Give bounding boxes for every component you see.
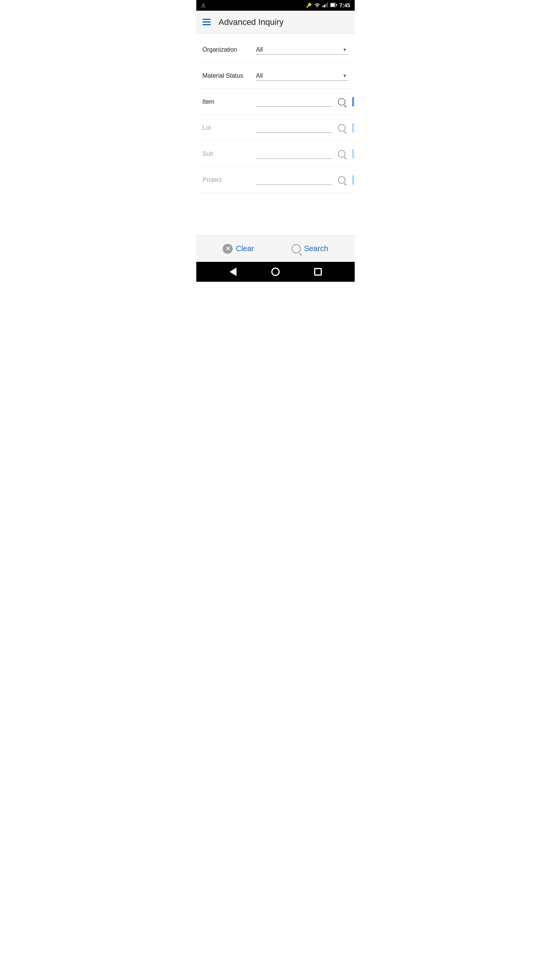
svg-rect-6 xyxy=(331,3,335,7)
lot-barcode-icon xyxy=(352,122,355,134)
sub-input[interactable] xyxy=(256,149,333,159)
item-label: Item xyxy=(202,98,256,105)
sub-barcode-button[interactable] xyxy=(351,147,355,161)
material-status-label: Material Status xyxy=(202,72,256,79)
status-bar: ⚠ 🔑 7:45 xyxy=(196,0,355,11)
clear-icon: ✕ xyxy=(223,244,233,254)
lot-search-button[interactable] xyxy=(336,122,348,134)
menu-button[interactable] xyxy=(202,19,211,25)
search-label: Search xyxy=(304,244,328,253)
project-row: Project xyxy=(196,167,355,193)
main-content: Organization All ▼ Material Status All ▼ xyxy=(196,34,355,235)
sub-search-button[interactable] xyxy=(336,148,348,160)
svg-rect-27 xyxy=(352,149,354,158)
organization-select[interactable]: All xyxy=(256,45,349,55)
nav-back-icon xyxy=(230,268,236,276)
svg-rect-2 xyxy=(326,3,327,7)
project-input-wrapper xyxy=(256,173,355,187)
nav-back-button[interactable] xyxy=(225,263,241,280)
wifi-icon xyxy=(314,3,320,8)
sub-control xyxy=(256,147,355,161)
sub-row: Sub xyxy=(196,141,355,167)
search-button[interactable]: Search xyxy=(284,241,336,256)
sub-search-icon xyxy=(338,150,346,158)
organization-dropdown-wrapper[interactable]: All ▼ xyxy=(256,45,349,55)
status-bar-right: 🔑 7:45 xyxy=(306,2,350,8)
project-label: Project xyxy=(202,176,256,183)
svg-rect-0 xyxy=(323,6,324,7)
project-input[interactable] xyxy=(256,175,333,185)
key-icon: 🔑 xyxy=(306,3,312,8)
lot-row: Lot xyxy=(196,115,355,141)
project-barcode-button[interactable] xyxy=(351,173,355,187)
svg-rect-3 xyxy=(327,3,328,7)
form-section: Organization All ▼ Material Status All ▼ xyxy=(196,34,355,196)
item-search-icon xyxy=(338,98,346,106)
organization-label: Organization xyxy=(202,46,256,53)
organization-control: All ▼ xyxy=(256,45,349,55)
project-search-icon xyxy=(338,176,346,184)
lot-barcode-button[interactable] xyxy=(351,121,355,135)
sub-input-wrapper xyxy=(256,147,355,161)
material-status-row: Material Status All ▼ xyxy=(196,63,355,89)
page-title: Advanced Inquiry xyxy=(218,17,284,27)
nav-home-button[interactable] xyxy=(267,263,284,280)
material-status-select[interactable]: All xyxy=(256,71,349,81)
nav-bar xyxy=(196,262,355,282)
item-input-wrapper xyxy=(256,95,355,109)
svg-rect-37 xyxy=(352,175,354,185)
warning-icon: ⚠ xyxy=(201,2,206,8)
battery-icon xyxy=(330,3,337,8)
clear-label: Clear xyxy=(236,244,254,253)
item-barcode-button[interactable] xyxy=(351,95,355,109)
item-search-button[interactable] xyxy=(336,96,348,108)
item-input[interactable] xyxy=(256,96,333,107)
svg-rect-5 xyxy=(336,4,337,6)
svg-rect-38 xyxy=(354,175,354,185)
signal-icon xyxy=(323,3,328,8)
item-row: Item xyxy=(196,89,355,115)
item-control xyxy=(256,95,355,109)
sub-label: Sub xyxy=(202,150,256,157)
material-status-dropdown-wrapper[interactable]: All ▼ xyxy=(256,71,349,81)
svg-rect-17 xyxy=(352,123,354,132)
project-control xyxy=(256,173,355,187)
organization-row: Organization All ▼ xyxy=(196,37,355,63)
lot-label: Lot xyxy=(202,124,256,131)
svg-rect-18 xyxy=(354,123,354,132)
material-status-control: All ▼ xyxy=(256,71,349,81)
svg-rect-7 xyxy=(352,97,354,106)
nav-home-icon xyxy=(271,268,280,276)
lot-input-wrapper xyxy=(256,121,355,135)
lot-input[interactable] xyxy=(256,122,333,133)
bottom-bar: ✕ Clear Search xyxy=(196,235,355,262)
lot-control xyxy=(256,121,355,135)
nav-recents-icon xyxy=(314,268,322,276)
sub-barcode-icon xyxy=(352,148,355,160)
svg-rect-8 xyxy=(354,97,354,106)
nav-recents-button[interactable] xyxy=(310,263,326,280)
lot-search-icon xyxy=(338,124,346,132)
status-bar-left: ⚠ xyxy=(201,2,206,8)
search-bottom-icon xyxy=(292,244,301,253)
clear-button[interactable]: ✕ Clear xyxy=(215,241,262,257)
project-barcode-icon xyxy=(352,174,355,186)
svg-rect-1 xyxy=(324,5,325,7)
project-search-button[interactable] xyxy=(336,174,348,186)
svg-rect-28 xyxy=(354,149,354,158)
toolbar: Advanced Inquiry xyxy=(196,11,355,34)
status-time: 7:45 xyxy=(339,2,350,8)
item-barcode-icon xyxy=(352,96,355,108)
